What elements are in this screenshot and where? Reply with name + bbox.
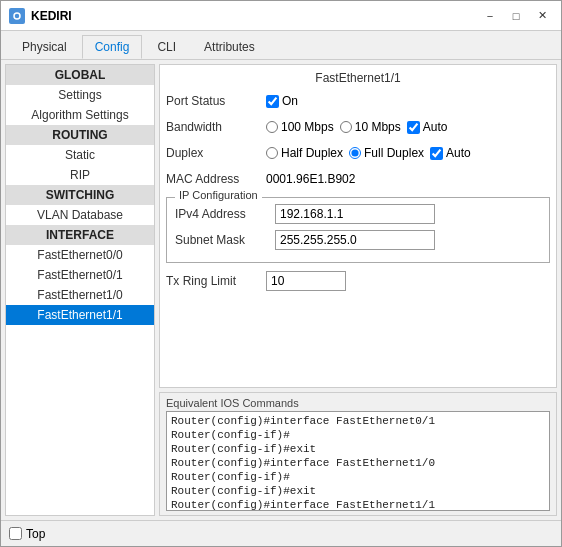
- duplex-half-group: Half Duplex: [266, 146, 343, 160]
- duplex-auto-group: Auto: [430, 146, 471, 160]
- sidebar-section-routing: ROUTING: [6, 125, 154, 145]
- duplex-full-label: Full Duplex: [364, 146, 424, 160]
- ip-config-title: IP Configuration: [175, 189, 262, 201]
- tx-ring-label: Tx Ring Limit: [166, 274, 266, 288]
- duplex-half-radio[interactable]: [266, 147, 278, 159]
- ip-config-section: IP Configuration IPv4 Address Subnet Mas…: [166, 197, 550, 263]
- bandwidth-auto-label: Auto: [423, 120, 448, 134]
- maximize-button[interactable]: □: [505, 7, 527, 25]
- sidebar-item-algorithm-settings[interactable]: Algorithm Settings: [6, 105, 154, 125]
- sidebar-item-rip[interactable]: RIP: [6, 165, 154, 185]
- bandwidth-value: 100 Mbps 10 Mbps Auto: [266, 120, 550, 134]
- ios-line: Router(config-if)#: [171, 470, 545, 484]
- tab-cli[interactable]: CLI: [144, 35, 189, 59]
- duplex-half-label: Half Duplex: [281, 146, 343, 160]
- bandwidth-label: Bandwidth: [166, 120, 266, 134]
- sidebar-item-fe00[interactable]: FastEthernet0/0: [6, 245, 154, 265]
- sidebar: GLOBAL Settings Algorithm Settings ROUTI…: [5, 64, 155, 516]
- tabs-bar: Physical Config CLI Attributes: [1, 31, 561, 60]
- port-status-label: Port Status: [166, 94, 266, 108]
- port-status-checkbox-group: On: [266, 94, 298, 108]
- ios-line: Router(config-if)#exit: [171, 484, 545, 498]
- content-area: GLOBAL Settings Algorithm Settings ROUTI…: [1, 60, 561, 520]
- app-icon: [9, 8, 25, 24]
- ipv4-input[interactable]: [275, 204, 435, 224]
- bandwidth-10-group: 10 Mbps: [340, 120, 401, 134]
- tab-attributes[interactable]: Attributes: [191, 35, 268, 59]
- subnet-label: Subnet Mask: [175, 233, 275, 247]
- tab-config[interactable]: Config: [82, 35, 143, 59]
- ios-line: Router(config)#interface FastEthernet0/1: [171, 414, 545, 428]
- svg-rect-0: [11, 10, 23, 22]
- sidebar-item-fe11[interactable]: FastEthernet1/1: [6, 305, 154, 325]
- duplex-auto-label: Auto: [446, 146, 471, 160]
- ios-line: Router(config-if)#: [171, 428, 545, 442]
- duplex-auto-checkbox[interactable]: [430, 147, 443, 160]
- ios-commands-label: Equivalent IOS Commands: [166, 397, 550, 409]
- top-checkbox-group: Top: [9, 527, 45, 541]
- duplex-label: Duplex: [166, 146, 266, 160]
- port-status-checkbox[interactable]: [266, 95, 279, 108]
- port-status-row: Port Status On: [166, 91, 550, 111]
- ios-line: Router(config-if)#exit: [171, 442, 545, 456]
- panel-title: FastEthernet1/1: [166, 71, 550, 85]
- top-checkbox[interactable]: [9, 527, 22, 540]
- mac-address-text: 0001.96E1.B902: [266, 172, 355, 186]
- ios-commands-box[interactable]: Router(config)#interface FastEthernet0/1…: [166, 411, 550, 511]
- main-window: KEDIRI − □ ✕ Physical Config CLI Attribu…: [0, 0, 562, 547]
- minimize-button[interactable]: −: [479, 7, 501, 25]
- subnet-row: Subnet Mask: [175, 230, 541, 250]
- duplex-row: Duplex Half Duplex Full Duplex Auto: [166, 143, 550, 163]
- bandwidth-100-radio[interactable]: [266, 121, 278, 133]
- sidebar-item-settings[interactable]: Settings: [6, 85, 154, 105]
- duplex-value: Half Duplex Full Duplex Auto: [266, 146, 550, 160]
- duplex-full-group: Full Duplex: [349, 146, 424, 160]
- title-bar: KEDIRI − □ ✕: [1, 1, 561, 31]
- close-button[interactable]: ✕: [531, 7, 553, 25]
- tx-ring-input[interactable]: [266, 271, 346, 291]
- tab-physical[interactable]: Physical: [9, 35, 80, 59]
- sidebar-section-switching: SWITCHING: [6, 185, 154, 205]
- bandwidth-10-label: 10 Mbps: [355, 120, 401, 134]
- sidebar-item-fe10[interactable]: FastEthernet1/0: [6, 285, 154, 305]
- top-label: Top: [26, 527, 45, 541]
- bandwidth-auto-checkbox[interactable]: [407, 121, 420, 134]
- ipv4-row: IPv4 Address: [175, 204, 541, 224]
- device-config-panel: FastEthernet1/1 Port Status On Bandwidth: [159, 64, 557, 388]
- ios-line: Router(config)#interface FastEthernet1/0: [171, 456, 545, 470]
- subnet-value: [275, 230, 541, 250]
- sidebar-item-static[interactable]: Static: [6, 145, 154, 165]
- bandwidth-auto-group: Auto: [407, 120, 448, 134]
- sidebar-item-vlan-database[interactable]: VLAN Database: [6, 205, 154, 225]
- sidebar-section-global: GLOBAL: [6, 65, 154, 85]
- subnet-input[interactable]: [275, 230, 435, 250]
- sidebar-item-fe01[interactable]: FastEthernet0/1: [6, 265, 154, 285]
- main-panel: FastEthernet1/1 Port Status On Bandwidth: [159, 64, 557, 516]
- bottom-bar: Top: [1, 520, 561, 546]
- bandwidth-100-group: 100 Mbps: [266, 120, 334, 134]
- ios-commands-section: Equivalent IOS Commands Router(config)#i…: [159, 392, 557, 516]
- ipv4-value: [275, 204, 541, 224]
- window-title: KEDIRI: [31, 9, 479, 23]
- window-controls: − □ ✕: [479, 7, 553, 25]
- mac-address-label: MAC Address: [166, 172, 266, 186]
- tx-ring-row: Tx Ring Limit: [166, 271, 550, 291]
- bandwidth-100-label: 100 Mbps: [281, 120, 334, 134]
- mac-address-row: MAC Address 0001.96E1.B902: [166, 169, 550, 189]
- duplex-full-radio[interactable]: [349, 147, 361, 159]
- bandwidth-10-radio[interactable]: [340, 121, 352, 133]
- ipv4-label: IPv4 Address: [175, 207, 275, 221]
- port-status-on-label: On: [282, 94, 298, 108]
- ios-line: Router(config)#interface FastEthernet1/1: [171, 498, 545, 511]
- bandwidth-row: Bandwidth 100 Mbps 10 Mbps Auto: [166, 117, 550, 137]
- mac-address-value: 0001.96E1.B902: [266, 172, 550, 186]
- sidebar-section-interface: INTERFACE: [6, 225, 154, 245]
- tx-ring-value: [266, 271, 550, 291]
- port-status-value: On: [266, 94, 550, 108]
